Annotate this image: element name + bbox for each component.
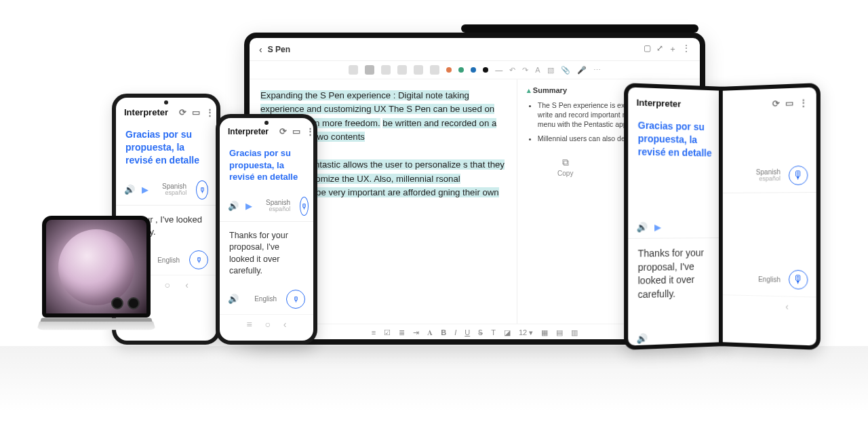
source-lang-chip[interactable]: Spanish español: [266, 199, 290, 213]
tool-image-icon[interactable]: ▧: [547, 66, 554, 75]
tool-text-icon[interactable]: A: [535, 66, 540, 74]
target-text: Thanks for your proposal, I've looked it…: [229, 230, 304, 277]
target-text: Thanks for your proposal, I've looked it…: [638, 246, 713, 301]
wallpaper-orb: [58, 229, 134, 305]
flip-cover-screen: [42, 216, 151, 318]
android-nav: ≡ ○ ‹: [220, 314, 313, 334]
camera-lens-icon: [111, 297, 123, 309]
nav-back-icon[interactable]: ‹: [785, 301, 789, 312]
app-title: Interpreter: [228, 127, 269, 136]
tool-redo-icon[interactable]: ↷: [522, 66, 528, 75]
nav-back-icon[interactable]: ‹: [542, 344, 546, 345]
nav-recent-icon[interactable]: ≡: [403, 344, 409, 345]
nav-home-icon[interactable]: ○: [473, 344, 479, 345]
target-lang-chip[interactable]: English: [254, 295, 277, 303]
layout-icon[interactable]: ▭: [785, 98, 793, 109]
size-icon[interactable]: 12 ▾: [519, 328, 533, 337]
speaker-icon[interactable]: 🔊: [637, 333, 648, 344]
more-icon[interactable]: ⋮: [306, 126, 315, 136]
add-icon[interactable]: ＋: [669, 43, 677, 55]
font-icon[interactable]: 𝐀: [427, 328, 433, 337]
play-icon[interactable]: ▶: [142, 185, 149, 195]
history-icon[interactable]: ⟳: [179, 107, 186, 117]
color-swatch-orange[interactable]: [446, 67, 452, 73]
target-lang-chip[interactable]: English: [758, 275, 781, 284]
split-view-icon[interactable]: ▢: [644, 43, 651, 55]
source-text: Gracias por su propuesta, la revisé en d…: [638, 119, 713, 159]
tool-cloud-icon[interactable]: [430, 65, 439, 75]
android-nav: ≡ ○: [628, 347, 722, 350]
tool-more-icon[interactable]: ⋯: [593, 66, 601, 75]
android-nav: ‹: [723, 295, 816, 318]
source-lang-chip[interactable]: Spanish español: [756, 168, 781, 183]
mic-button[interactable]: 🎙: [789, 166, 808, 185]
grid3-icon[interactable]: ▥: [571, 328, 578, 337]
speaker-icon[interactable]: 🔊: [228, 201, 239, 211]
play-icon[interactable]: ▶: [654, 222, 661, 232]
back-icon[interactable]: ‹: [259, 44, 262, 55]
more-icon[interactable]: ⋮: [205, 107, 214, 117]
nav-recent-icon[interactable]: ≡: [246, 319, 252, 330]
source-text: Gracias por su propuesta, la revisé en d…: [229, 147, 304, 183]
indent-icon[interactable]: ⇥: [413, 328, 419, 337]
mic-button[interactable]: 🎙: [189, 250, 208, 269]
nav-home-icon[interactable]: ○: [165, 280, 170, 290]
align-left-icon[interactable]: ≡: [372, 328, 376, 337]
app-title: Interpreter: [124, 107, 168, 117]
speaker-icon[interactable]: 🔊: [124, 185, 135, 195]
highlight-icon[interactable]: ◪: [504, 328, 511, 337]
bold-icon[interactable]: B: [441, 328, 446, 337]
mic-button[interactable]: 🎙: [196, 180, 208, 199]
more-icon[interactable]: ⋮: [682, 43, 690, 55]
tool-eraser-icon[interactable]: [397, 65, 407, 75]
floor-reflection: [0, 346, 868, 441]
tablet-titlebar: ‹ S Pen ▢ ⤢ ＋ ⋮: [250, 38, 700, 61]
phone-device-front: Interpreter ⟳ ▭ ⋮ Gracias por su propues…: [216, 114, 317, 345]
tool-mic-icon[interactable]: 🎤: [577, 66, 587, 75]
color-swatch-green[interactable]: [458, 67, 464, 73]
list-icon[interactable]: ≣: [399, 328, 405, 337]
tool-pen-icon[interactable]: [365, 65, 374, 75]
tool-highlighter-icon[interactable]: [381, 65, 391, 75]
history-icon[interactable]: ⟳: [772, 98, 780, 109]
nav-back-icon[interactable]: ‹: [283, 319, 287, 330]
tool-shape-icon[interactable]: [414, 65, 423, 75]
grid2-icon[interactable]: ▤: [556, 328, 563, 337]
play-icon[interactable]: ▶: [245, 201, 252, 211]
fold-left-panel: Interpreter Gracias por su propuesta, la…: [624, 83, 726, 350]
layout-icon[interactable]: ▭: [192, 107, 200, 117]
tool-undo-icon[interactable]: ↶: [509, 66, 515, 75]
front-camera-icon: [264, 121, 269, 125]
color-swatch-black[interactable]: [483, 67, 488, 73]
text-color-icon[interactable]: T: [491, 328, 496, 337]
nav-back-icon[interactable]: ‹: [185, 280, 189, 290]
toolbar-divider: —: [495, 66, 502, 74]
grid1-icon[interactable]: ▦: [541, 328, 548, 337]
flip-phone-device: [42, 216, 157, 345]
nav-home-icon[interactable]: ○: [265, 319, 271, 330]
layout-icon[interactable]: ▭: [292, 126, 300, 136]
camera-lens-icon: [127, 297, 140, 309]
speaker-icon[interactable]: 🔊: [637, 222, 648, 232]
expand-icon[interactable]: ⤢: [656, 43, 663, 55]
target-lang-chip[interactable]: English: [157, 256, 180, 264]
tool-select-icon[interactable]: [349, 65, 358, 75]
speaker-icon[interactable]: 🔊: [228, 294, 239, 304]
s-pen-stylus: [461, 24, 698, 33]
front-camera-icon: [164, 100, 168, 104]
strike-icon[interactable]: S̶: [478, 328, 483, 337]
tool-attach-icon[interactable]: 📎: [561, 66, 570, 75]
source-text: Gracias por su propuesta, la revisé en d…: [125, 128, 207, 167]
tablet-title: S Pen: [268, 45, 290, 54]
mic-button[interactable]: 🎙: [286, 290, 305, 309]
underline-icon[interactable]: U: [465, 328, 470, 337]
history-icon[interactable]: ⟳: [279, 126, 287, 136]
italic-icon[interactable]: I: [454, 328, 456, 337]
mic-button[interactable]: 🎙: [789, 270, 808, 290]
more-icon[interactable]: ⋮: [799, 97, 808, 108]
color-swatch-blue[interactable]: [471, 67, 476, 73]
source-lang-chip[interactable]: Spanish español: [162, 183, 186, 197]
mic-button[interactable]: 🎙: [300, 197, 309, 216]
copy-button[interactable]: ⧉Copy: [557, 157, 573, 177]
checklist-icon[interactable]: ☑: [384, 328, 391, 337]
